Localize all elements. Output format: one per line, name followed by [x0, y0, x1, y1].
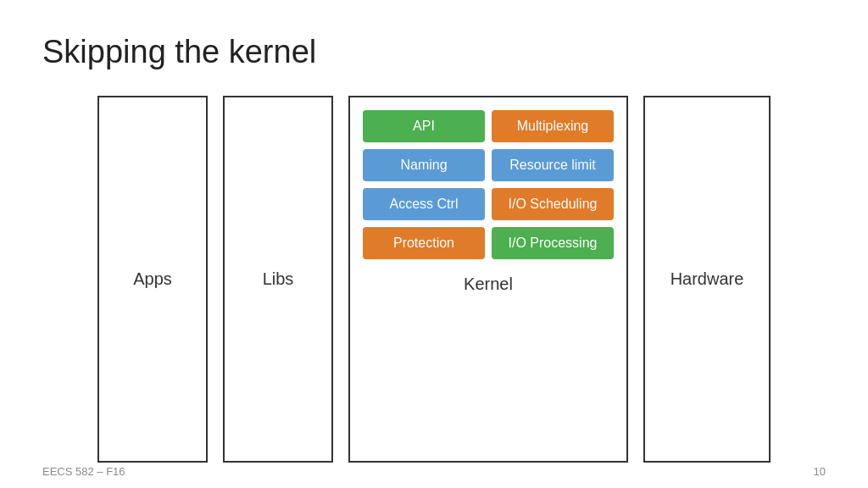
- kernel-box: API Multiplexing Naming Resource limit A…: [348, 96, 628, 463]
- slide-title: Skipping the kernel: [42, 34, 826, 70]
- footer: EECS 582 – F16 10: [0, 465, 868, 478]
- kernel-grid: API Multiplexing Naming Resource limit A…: [363, 110, 614, 259]
- chip-protection: Protection: [363, 227, 485, 259]
- chip-io-processing: I/O Processing: [492, 227, 614, 259]
- page-number: 10: [814, 465, 826, 478]
- libs-box: Libs: [223, 96, 333, 463]
- libs-label: Libs: [263, 269, 294, 289]
- hardware-label: Hardware: [670, 269, 744, 289]
- chip-multiplexing: Multiplexing: [492, 110, 614, 142]
- chip-io-scheduling: I/O Scheduling: [492, 188, 614, 220]
- slide: Skipping the kernel Apps Libs API Multip…: [0, 0, 868, 488]
- kernel-label: Kernel: [363, 274, 614, 294]
- chip-naming: Naming: [363, 149, 485, 181]
- course-label: EECS 582 – F16: [42, 465, 125, 478]
- chip-resource-limit: Resource limit: [492, 149, 614, 181]
- chip-access-ctrl: Access Ctrl: [363, 188, 485, 220]
- hardware-box: Hardware: [643, 96, 771, 463]
- diagram: Apps Libs API Multiplexing Naming Resour…: [42, 96, 826, 463]
- chip-api: API: [363, 110, 485, 142]
- apps-label: Apps: [133, 269, 172, 289]
- apps-box: Apps: [97, 96, 208, 463]
